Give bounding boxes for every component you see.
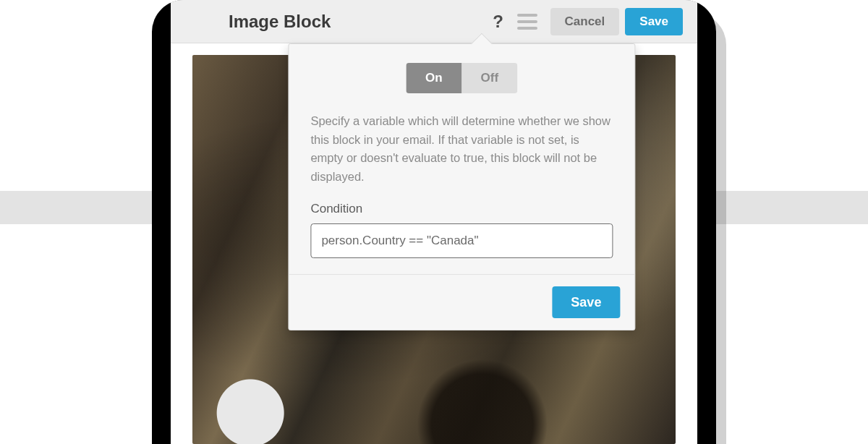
popover-description: Specify a variable which will determine … <box>310 112 613 186</box>
toggle-on-button[interactable]: On <box>406 63 461 93</box>
screen: Image Block ? Cancel Save On Off Specify… <box>171 0 697 444</box>
device-frame: Image Block ? Cancel Save On Off Specify… <box>152 0 716 444</box>
editor-toolbar: Image Block ? Cancel Save <box>171 0 697 43</box>
save-button[interactable]: Save <box>625 8 683 35</box>
condition-toggle: On Off <box>406 63 517 93</box>
condition-input[interactable] <box>310 223 613 258</box>
popover-save-button[interactable]: Save <box>552 286 620 318</box>
conditional-popover: On Off Specify a variable which will det… <box>288 43 635 330</box>
cancel-button[interactable]: Cancel <box>550 8 620 35</box>
block-title: Image Block <box>229 12 331 32</box>
popover-body: On Off Specify a variable which will det… <box>289 44 634 274</box>
condition-label: Condition <box>310 202 613 216</box>
toggle-off-button[interactable]: Off <box>461 63 517 93</box>
help-icon[interactable]: ? <box>488 12 509 32</box>
menu-icon[interactable] <box>517 14 537 30</box>
popover-footer: Save <box>289 274 634 330</box>
